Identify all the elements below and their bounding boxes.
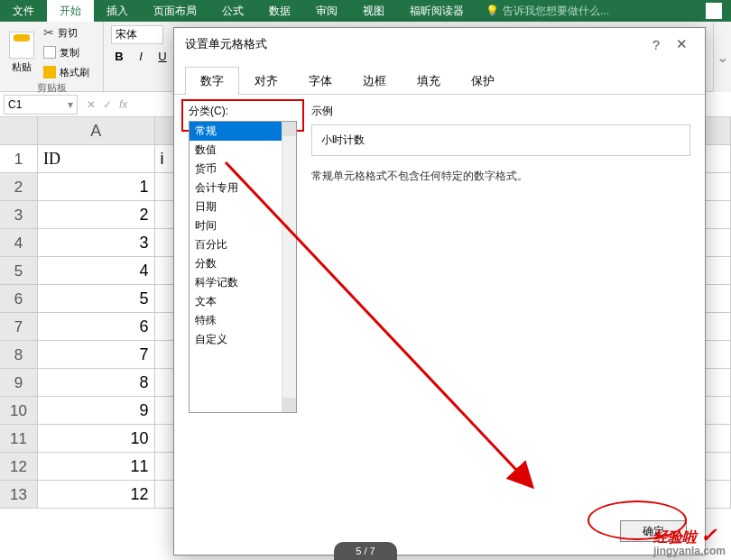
tab-border[interactable]: 边框: [347, 67, 402, 95]
category-item[interactable]: 文本: [190, 292, 296, 311]
name-box-value: C1: [8, 98, 22, 111]
tab-home[interactable]: 开始: [47, 0, 94, 22]
clipboard-group: 粘贴 ✂ 剪切 复制 格式刷 剪贴板: [0, 22, 104, 91]
tell-me[interactable]: 💡 告诉我您想要做什么...: [477, 4, 609, 19]
brush-icon: [43, 66, 56, 78]
dialog-tabs: 数字 对齐 字体 边框 填充 保护: [174, 66, 705, 95]
help-button[interactable]: ?: [643, 37, 669, 52]
chevron-down-icon: ▾: [68, 98, 73, 111]
category-item[interactable]: 自定义: [190, 330, 296, 349]
category-item[interactable]: 百分比: [190, 235, 296, 254]
brush-label: 格式刷: [60, 66, 89, 79]
cell[interactable]: 4: [38, 257, 155, 285]
watermark-url: jingyanla.com: [653, 547, 726, 556]
scrollbar[interactable]: [282, 122, 296, 412]
fx-cancel[interactable]: ✕: [87, 98, 96, 111]
copy-button[interactable]: 复制: [43, 43, 89, 61]
category-item[interactable]: 特殊: [190, 311, 296, 330]
cut-button[interactable]: ✂ 剪切: [43, 23, 89, 41]
font-name-select[interactable]: 宋体: [111, 25, 163, 44]
tab-formulas[interactable]: 公式: [209, 0, 256, 22]
dialog-title: 设置单元格格式: [185, 36, 643, 52]
row-header[interactable]: 9: [0, 369, 38, 397]
chevron-down-icon: ⌄: [717, 49, 728, 66]
tab-review[interactable]: 审阅: [303, 0, 350, 22]
row-header[interactable]: 2: [0, 173, 38, 201]
category-item[interactable]: 日期: [190, 197, 296, 216]
row-header[interactable]: 5: [0, 257, 38, 285]
tell-me-text: 告诉我您想要做什么...: [503, 4, 609, 19]
paste-button[interactable]: 粘贴: [4, 23, 40, 81]
cell[interactable]: 5: [38, 285, 155, 313]
ribbon-collapse[interactable]: [706, 3, 731, 19]
font-group: 宋体 B I U: [104, 22, 178, 91]
row-header[interactable]: 10: [0, 397, 38, 425]
italic-button[interactable]: I: [133, 48, 149, 64]
bulb-icon: 💡: [486, 5, 499, 17]
dialog-titlebar[interactable]: 设置单元格格式 ? ✕: [174, 28, 705, 60]
category-item[interactable]: 分数: [190, 254, 296, 273]
tab-foxit[interactable]: 福昕阅读器: [397, 0, 477, 22]
row-header[interactable]: 7: [0, 313, 38, 341]
cell[interactable]: ID: [38, 145, 155, 173]
tab-number[interactable]: 数字: [185, 67, 239, 95]
tab-insert[interactable]: 插入: [94, 0, 141, 22]
sample-label: 示例: [311, 104, 690, 119]
underline-button[interactable]: U: [154, 48, 171, 64]
tab-protection[interactable]: 保护: [456, 67, 510, 95]
cell[interactable]: 3: [38, 229, 155, 257]
row-header[interactable]: 4: [0, 229, 38, 257]
cut-label: 剪切: [58, 26, 78, 40]
format-cells-dialog: 设置单元格格式 ? ✕ 数字 对齐 字体 边框 填充 保护 分类(C): 常规数…: [173, 27, 706, 555]
name-box[interactable]: C1 ▾: [4, 95, 78, 115]
select-all-corner[interactable]: [0, 117, 38, 145]
row-header[interactable]: 11: [0, 425, 38, 453]
row-header[interactable]: 6: [0, 285, 38, 313]
cell[interactable]: 12: [38, 481, 155, 509]
scissors-icon: ✂: [43, 25, 54, 40]
tab-alignment[interactable]: 对齐: [239, 67, 293, 95]
category-item[interactable]: 数值: [190, 141, 296, 160]
close-button[interactable]: ✕: [669, 36, 694, 52]
row-header[interactable]: 12: [0, 453, 38, 481]
cell[interactable]: 2: [38, 201, 155, 229]
row-header[interactable]: 13: [0, 481, 38, 509]
tab-page-layout[interactable]: 页面布局: [141, 0, 209, 22]
copy-icon: [43, 46, 56, 59]
cell[interactable]: 7: [38, 341, 155, 369]
category-list[interactable]: 常规数值货币会计专用日期时间百分比分数科学记数文本特殊自定义: [189, 121, 297, 413]
watermark: 经验啦 ✓ jingyanla.com: [653, 524, 726, 556]
check-icon: ✓: [700, 524, 717, 546]
format-painter-button[interactable]: 格式刷: [43, 63, 89, 81]
cell[interactable]: 1: [38, 173, 155, 201]
cell[interactable]: 11: [38, 453, 155, 481]
copy-label: 复制: [60, 46, 79, 60]
collapse-icon: [706, 3, 722, 19]
row-header[interactable]: 8: [0, 341, 38, 369]
tab-fill[interactable]: 填充: [402, 67, 456, 95]
row-header[interactable]: 1: [0, 145, 38, 173]
sample-value: 小时计数: [311, 124, 690, 156]
cell[interactable]: 8: [38, 369, 155, 397]
tab-data[interactable]: 数据: [256, 0, 303, 22]
bold-button[interactable]: B: [111, 48, 127, 64]
cell[interactable]: 6: [38, 313, 155, 341]
format-description: 常规单元格格式不包含任何特定的数字格式。: [311, 169, 690, 184]
tab-view[interactable]: 视图: [350, 0, 397, 22]
category-item[interactable]: 货币: [190, 160, 296, 179]
category-item[interactable]: 时间: [190, 216, 296, 235]
cell[interactable]: 10: [38, 425, 155, 453]
paste-icon: [9, 32, 34, 59]
watermark-text: 经验啦: [653, 529, 697, 545]
category-item[interactable]: 常规: [190, 122, 296, 141]
tab-file[interactable]: 文件: [0, 0, 47, 22]
fx-button[interactable]: fx: [119, 98, 127, 111]
row-header[interactable]: 3: [0, 201, 38, 229]
category-item[interactable]: 会计专用: [190, 179, 296, 197]
category-item[interactable]: 科学记数: [190, 273, 296, 292]
tab-font[interactable]: 字体: [293, 67, 347, 95]
ribbon-expand[interactable]: ⌄: [713, 22, 731, 92]
cell[interactable]: 9: [38, 397, 155, 425]
col-header-A[interactable]: A: [38, 117, 155, 145]
fx-confirm[interactable]: ✓: [103, 98, 112, 111]
